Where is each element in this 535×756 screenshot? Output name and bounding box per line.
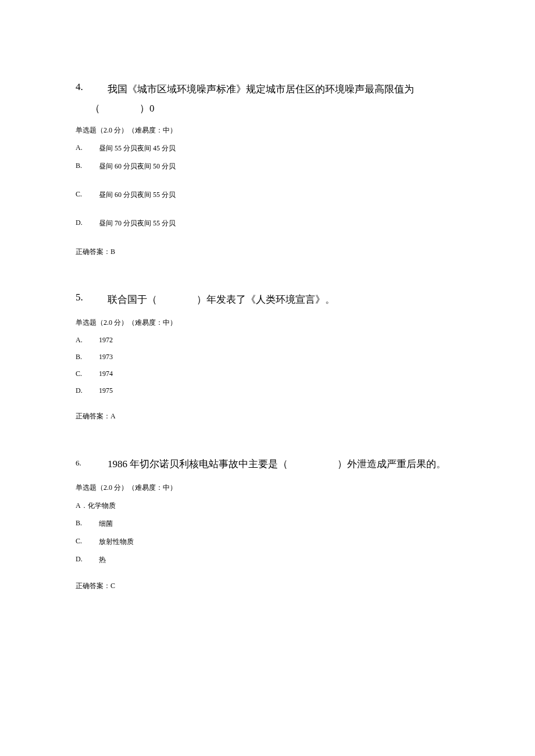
option-b: B. 昼间 60 分贝夜间 50 分贝 xyxy=(76,162,459,171)
option-c: C. 1974 xyxy=(76,370,459,378)
question-meta: 单选题（2.0 分）（难易度：中） xyxy=(76,318,459,328)
correct-answer: 正确答案：C xyxy=(76,581,459,591)
option-letter: A． xyxy=(76,501,88,511)
question-text: 我国《城市区域环境噪声标准》规定城市居住区的环境噪声最高限值为 xyxy=(108,81,459,97)
option-text: 热 xyxy=(99,555,459,565)
question-number: 4. xyxy=(76,81,108,93)
option-letter: B. xyxy=(76,519,99,529)
option-c: C. 昼间 60 分贝夜间 55 分贝 xyxy=(76,190,459,200)
option-a: A．化学物质 xyxy=(76,501,459,511)
page-content: 4. 我国《城市区域环境噪声标准》规定城市居住区的环境噪声最高限值为 （ ）0 … xyxy=(0,0,535,684)
question-6: 6. 1986 年切尔诺贝利核电站事故中主要是（ ）外泄造成严重后果的。 单选题… xyxy=(76,456,459,590)
option-letter: A. xyxy=(76,336,99,345)
option-text: 1975 xyxy=(99,386,459,395)
option-text: 昼间 60 分贝夜间 50 分贝 xyxy=(99,162,459,171)
option-text: 放射性物质 xyxy=(99,537,459,547)
option-d: D. 1975 xyxy=(76,386,459,395)
option-letter: C. xyxy=(76,537,99,547)
option-b: B. 细菌 xyxy=(76,519,459,529)
question-header: 5. 联合国于（ ）年发表了《人类环境宣言》。 xyxy=(76,292,459,307)
question-subtext: （ ）0 xyxy=(90,102,459,115)
option-text: 1974 xyxy=(99,370,459,378)
option-letter: A. xyxy=(76,144,99,153)
question-text: 1986 年切尔诺贝利核电站事故中主要是（ ）外泄造成严重后果的。 xyxy=(108,456,459,472)
question-text: 联合国于（ ）年发表了《人类环境宣言》。 xyxy=(108,292,459,307)
correct-answer: 正确答案：B xyxy=(76,247,459,257)
option-text: 昼间 55 分贝夜间 45 分贝 xyxy=(99,144,459,153)
option-letter: D. xyxy=(76,386,99,395)
option-d: D. 昼间 70 分贝夜间 55 分贝 xyxy=(76,218,459,228)
option-c: C. 放射性物质 xyxy=(76,537,459,547)
question-header: 4. 我国《城市区域环境噪声标准》规定城市居住区的环境噪声最高限值为 xyxy=(76,81,459,97)
question-header: 6. 1986 年切尔诺贝利核电站事故中主要是（ ）外泄造成严重后果的。 xyxy=(76,456,459,472)
option-letter: C. xyxy=(76,190,99,200)
question-number: 6. xyxy=(76,456,108,468)
question-meta: 单选题（2.0 分）（难易度：中） xyxy=(76,483,459,493)
option-text: 1973 xyxy=(99,353,459,361)
correct-answer: 正确答案：A xyxy=(76,411,459,421)
option-a: A. 昼间 55 分贝夜间 45 分贝 xyxy=(76,144,459,153)
question-meta: 单选题（2.0 分）（难易度：中） xyxy=(76,126,459,135)
question-5: 5. 联合国于（ ）年发表了《人类环境宣言》。 单选题（2.0 分）（难易度：中… xyxy=(76,292,459,421)
option-b: B. 1973 xyxy=(76,353,459,361)
option-text: 1972 xyxy=(99,336,459,345)
option-letter: B. xyxy=(76,353,99,361)
option-text: 昼间 60 分贝夜间 55 分贝 xyxy=(99,190,459,200)
option-d: D. 热 xyxy=(76,555,459,565)
option-letter: D. xyxy=(76,218,99,228)
option-text: 化学物质 xyxy=(88,501,116,511)
option-letter: D. xyxy=(76,555,99,565)
question-4: 4. 我国《城市区域环境噪声标准》规定城市居住区的环境噪声最高限值为 （ ）0 … xyxy=(76,81,459,257)
option-letter: C. xyxy=(76,370,99,378)
option-a: A. 1972 xyxy=(76,336,459,345)
option-text: 细菌 xyxy=(99,519,459,529)
question-number: 5. xyxy=(76,292,108,303)
option-text: 昼间 70 分贝夜间 55 分贝 xyxy=(99,218,459,228)
option-letter: B. xyxy=(76,162,99,171)
